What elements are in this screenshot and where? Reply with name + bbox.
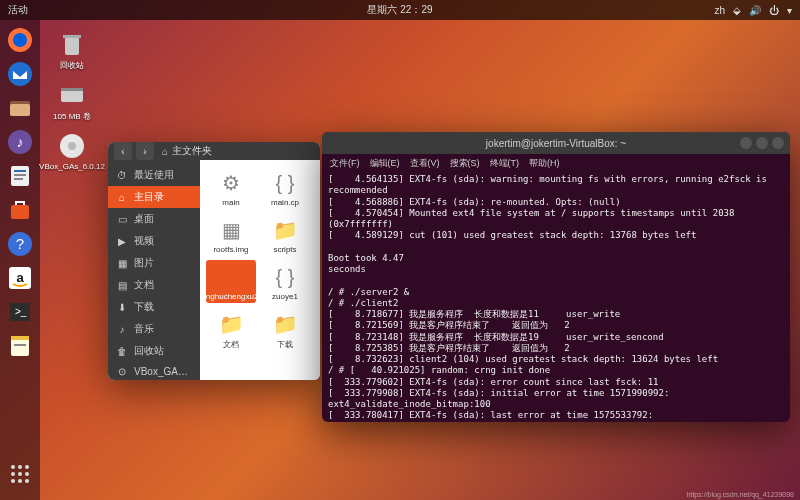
sidebar-item-icon: ▭ bbox=[116, 214, 128, 225]
svg-text:?: ? bbox=[16, 235, 24, 252]
terminal-output[interactable]: [ 4.564135] EXT4-fs (sda): warning: moun… bbox=[322, 172, 790, 422]
file-item[interactable]: 📁文档 bbox=[206, 307, 256, 352]
file-icon: { } bbox=[270, 262, 300, 292]
svg-rect-33 bbox=[61, 88, 83, 91]
clock[interactable]: 星期六 22：29 bbox=[367, 3, 432, 17]
dock-firefox[interactable] bbox=[4, 24, 36, 56]
file-icon: C bbox=[216, 262, 246, 292]
sidebar-item-icon: ▶ bbox=[116, 236, 128, 247]
dock-rhythmbox[interactable]: ♪ bbox=[4, 126, 36, 158]
terminal-window: jokertim@jokertim-VirtualBox: ~ 文件(F)编辑(… bbox=[322, 132, 790, 422]
file-icon: { } bbox=[270, 168, 300, 198]
file-icon: ▦ bbox=[216, 215, 246, 245]
file-label: zuoye1 bbox=[272, 292, 298, 301]
file-label: 下载 bbox=[277, 339, 293, 350]
desktop-trash[interactable]: 回收站 bbox=[48, 28, 96, 71]
sidebar-item[interactable]: ▭桌面 bbox=[108, 208, 200, 230]
file-label: yonghuchengxu2.c bbox=[200, 292, 265, 301]
svg-rect-31 bbox=[63, 35, 81, 38]
svg-rect-9 bbox=[14, 174, 26, 176]
svg-point-27 bbox=[11, 479, 15, 483]
nav-back-button[interactable]: ‹ bbox=[114, 142, 132, 160]
window-close-button[interactable] bbox=[772, 137, 784, 149]
file-item[interactable]: { }zuoye1 bbox=[260, 260, 310, 303]
sidebar-item-label: VBox_GA… bbox=[134, 366, 188, 377]
sidebar-item[interactable]: ⏱最近使用 bbox=[108, 164, 200, 186]
file-icon: ⚙ bbox=[216, 168, 246, 198]
svg-point-29 bbox=[25, 479, 29, 483]
dock-help[interactable]: ? bbox=[4, 228, 36, 260]
activities-button[interactable]: 活动 bbox=[8, 3, 28, 17]
terminal-menu-item[interactable]: 文件(F) bbox=[330, 157, 360, 170]
sidebar-item[interactable]: 🗑回收站 bbox=[108, 340, 200, 362]
file-label: main.cp bbox=[271, 198, 299, 207]
file-item[interactable]: 📁scripts bbox=[260, 213, 310, 256]
network-icon[interactable]: ⬙ bbox=[733, 5, 741, 16]
sidebar-item-label: 最近使用 bbox=[134, 168, 174, 182]
file-item[interactable]: ▦rootfs.img bbox=[206, 213, 256, 256]
sidebar-item[interactable]: ⊙VBox_GA… bbox=[108, 362, 200, 380]
file-item[interactable]: Cyonghuchengxu2.c bbox=[206, 260, 256, 303]
terminal-menu-item[interactable]: 帮助(H) bbox=[529, 157, 560, 170]
sidebar-item[interactable]: ▦图片 bbox=[108, 252, 200, 274]
terminal-menu-item[interactable]: 编辑(E) bbox=[370, 157, 400, 170]
sidebar-item[interactable]: ▶视频 bbox=[108, 230, 200, 252]
dock-text-editor[interactable] bbox=[4, 330, 36, 362]
sidebar-item[interactable]: ⬇下载 bbox=[108, 296, 200, 318]
power-icon[interactable]: ⏻ bbox=[769, 5, 779, 16]
window-maximize-button[interactable] bbox=[756, 137, 768, 149]
svg-rect-19 bbox=[11, 336, 29, 340]
file-icon: 📁 bbox=[270, 215, 300, 245]
dock-files[interactable] bbox=[4, 92, 36, 124]
svg-point-24 bbox=[11, 472, 15, 476]
terminal-menu-item[interactable]: 搜索(S) bbox=[450, 157, 480, 170]
show-applications-button[interactable] bbox=[4, 458, 36, 490]
dock-terminal[interactable]: >_ bbox=[4, 296, 36, 328]
svg-point-1 bbox=[13, 33, 27, 47]
volume-icon[interactable]: 🔊 bbox=[749, 5, 761, 16]
sidebar-item-label: 音乐 bbox=[134, 322, 154, 336]
svg-point-26 bbox=[25, 472, 29, 476]
sidebar-item[interactable]: ♪音乐 bbox=[108, 318, 200, 340]
svg-rect-10 bbox=[14, 178, 23, 180]
svg-text:>_: >_ bbox=[15, 306, 27, 317]
nav-forward-button[interactable]: › bbox=[136, 142, 154, 160]
path-label: 主文件夹 bbox=[172, 144, 212, 158]
file-item[interactable]: ⚙main bbox=[206, 166, 256, 209]
terminal-menu-item[interactable]: 查看(V) bbox=[410, 157, 440, 170]
desktop-volume[interactable]: 105 MB 卷 bbox=[48, 79, 96, 122]
dock-software[interactable] bbox=[4, 194, 36, 226]
sidebar-item-icon: ▤ bbox=[116, 280, 128, 291]
sidebar-item-label: 图片 bbox=[134, 256, 154, 270]
desktop-vbox-ga[interactable]: VBox_GAs_6.0.12 bbox=[48, 130, 96, 171]
terminal-menubar: 文件(F)编辑(E)查看(V)搜索(S)终端(T)帮助(H) bbox=[322, 154, 790, 172]
file-manager-window: ‹ › ⌂ 主文件夹 ⏱最近使用⌂主目录▭桌面▶视频▦图片▤文档⬇下载♪音乐🗑回… bbox=[108, 142, 320, 380]
input-source-indicator[interactable]: zh bbox=[714, 5, 725, 16]
window-minimize-button[interactable] bbox=[740, 137, 752, 149]
dock-amazon[interactable]: a bbox=[4, 262, 36, 294]
sidebar-item-icon: 🗑 bbox=[116, 346, 128, 357]
dock-writer[interactable] bbox=[4, 160, 36, 192]
dock-thunderbird[interactable] bbox=[4, 58, 36, 90]
sidebar-item-label: 回收站 bbox=[134, 344, 164, 358]
file-label: scripts bbox=[273, 245, 296, 254]
terminal-title: jokertim@jokertim-VirtualBox: ~ bbox=[486, 138, 626, 149]
terminal-menu-item[interactable]: 终端(T) bbox=[490, 157, 520, 170]
svg-rect-20 bbox=[14, 344, 26, 346]
sidebar-item-icon: ▦ bbox=[116, 258, 128, 269]
sidebar-item[interactable]: ⌂主目录 bbox=[108, 186, 200, 208]
system-menu-chevron-icon[interactable]: ▾ bbox=[787, 5, 792, 16]
file-manager-content[interactable]: ⚙main{ }main.cp▦rootfs.img📁scriptsCyongh… bbox=[200, 160, 320, 380]
svg-point-25 bbox=[18, 472, 22, 476]
terminal-titlebar[interactable]: jokertim@jokertim-VirtualBox: ~ bbox=[322, 132, 790, 154]
sidebar-item-label: 主目录 bbox=[134, 190, 164, 204]
sidebar-item-icon: ⊙ bbox=[116, 366, 128, 377]
svg-point-22 bbox=[18, 465, 22, 469]
file-item[interactable]: { }main.cp bbox=[260, 166, 310, 209]
sidebar-item[interactable]: ▤文档 bbox=[108, 274, 200, 296]
sidebar-item-icon: ♪ bbox=[116, 324, 128, 335]
file-item[interactable]: 📁下载 bbox=[260, 307, 310, 352]
desktop-icon-label: VBox_GAs_6.0.12 bbox=[39, 162, 105, 171]
desktop-icon-label: 回收站 bbox=[60, 60, 84, 71]
file-manager-titlebar[interactable]: ‹ › ⌂ 主文件夹 bbox=[108, 142, 320, 160]
